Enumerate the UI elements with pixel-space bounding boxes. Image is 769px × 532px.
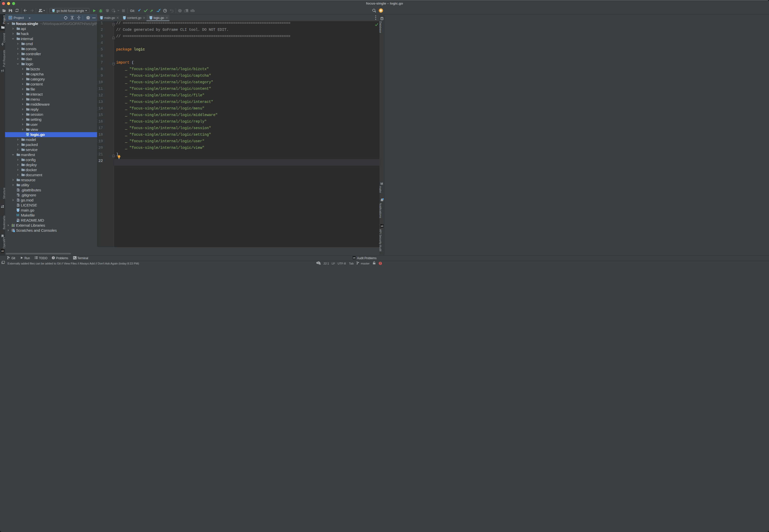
svg-text:/API: /API <box>1 250 4 252</box>
svg-text:/API: /API <box>353 257 355 259</box>
svg-text:/API: /API <box>381 225 383 227</box>
svg-text:?: ? <box>317 262 318 263</box>
svg-text:MD: MD <box>17 221 18 222</box>
